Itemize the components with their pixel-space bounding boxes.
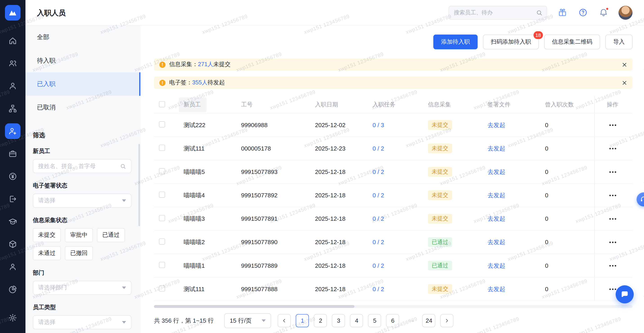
- tasks-progress-link[interactable]: 0 / 2: [372, 262, 384, 269]
- page-button[interactable]: 2: [314, 314, 327, 327]
- cell-new-employee[interactable]: 喵喵喵4: [179, 191, 236, 199]
- collect-status-chip[interactable]: 已撤回: [65, 246, 93, 260]
- collect-status-chip[interactable]: 审批中: [65, 228, 93, 242]
- employee-search-field[interactable]: [33, 159, 131, 173]
- page-size-select[interactable]: 15 行/页: [224, 313, 271, 328]
- scrollbar-thumb[interactable]: [154, 305, 354, 308]
- alert-count-link[interactable]: 355人: [192, 79, 208, 86]
- prev-page-button[interactable]: [278, 314, 291, 327]
- help-icon[interactable]: [578, 7, 588, 18]
- sidebar-menu-item[interactable]: 全部: [26, 26, 140, 49]
- close-icon[interactable]: [622, 62, 627, 67]
- notifications-bell-icon[interactable]: [598, 7, 608, 18]
- tasks-progress-link[interactable]: 0 / 2: [372, 192, 384, 198]
- employee-type-select[interactable]: 请选择: [33, 315, 131, 329]
- row-more-actions-button[interactable]: [609, 218, 616, 220]
- sidebar-menu-item[interactable]: 已取消: [26, 96, 140, 119]
- global-search[interactable]: [448, 6, 547, 20]
- close-icon[interactable]: [622, 80, 627, 85]
- sign-action-link[interactable]: 去发起: [488, 122, 505, 128]
- row-checkbox[interactable]: [159, 215, 165, 221]
- cell-new-employee[interactable]: 喵喵喵5: [179, 168, 236, 176]
- row-more-actions-button[interactable]: [609, 241, 616, 243]
- cell-new-employee[interactable]: 喵喵喵1: [179, 262, 236, 269]
- nav-rail: [0, 0, 26, 333]
- alert-count-link[interactable]: 271人: [198, 61, 213, 67]
- schedule-icon[interactable]: [5, 146, 20, 162]
- next-page-button[interactable]: [440, 314, 454, 327]
- cell-work-id: 99915077888: [236, 286, 310, 292]
- row-more-actions-button[interactable]: [609, 265, 616, 267]
- sign-action-link[interactable]: 去发起: [488, 215, 505, 222]
- sign-action-link[interactable]: 去发起: [488, 168, 505, 175]
- row-checkbox[interactable]: [159, 145, 165, 151]
- page-button[interactable]: 5: [368, 314, 381, 327]
- sign-action-link[interactable]: 去发起: [488, 285, 505, 292]
- page-button[interactable]: 4: [350, 314, 363, 327]
- row-more-actions-button[interactable]: [609, 147, 616, 149]
- collect-status-chip[interactable]: 已通过: [97, 228, 125, 242]
- training-icon[interactable]: [5, 214, 20, 229]
- row-checkbox[interactable]: [159, 238, 165, 245]
- offboard-icon[interactable]: [5, 191, 20, 207]
- tasks-progress-link[interactable]: 0 / 2: [372, 169, 384, 175]
- sign-action-link[interactable]: 去发起: [488, 145, 505, 151]
- gift-icon[interactable]: [557, 7, 568, 18]
- home-icon[interactable]: [5, 33, 20, 48]
- column-header-new-employee[interactable]: 新员工: [179, 97, 207, 112]
- page-button[interactable]: 3: [332, 314, 345, 327]
- assets-icon[interactable]: [5, 236, 20, 252]
- tasks-progress-link[interactable]: 0 / 2: [372, 145, 384, 152]
- import-button[interactable]: 导入: [605, 35, 632, 49]
- settings-icon[interactable]: [5, 310, 20, 325]
- profile-icon[interactable]: [5, 259, 20, 274]
- page-button[interactable]: 1: [296, 314, 309, 327]
- add-pending-onboard-button[interactable]: 添加待入职: [433, 35, 478, 49]
- cell-new-employee[interactable]: 测试222: [179, 121, 236, 129]
- esign-status-select[interactable]: 请选择: [33, 194, 131, 208]
- report-icon[interactable]: [5, 282, 20, 297]
- sidebar-scrollbar[interactable]: [138, 144, 140, 226]
- collect-status-chip[interactable]: 未提交: [33, 228, 61, 242]
- employee-search-input[interactable]: [38, 163, 120, 169]
- tasks-progress-link[interactable]: 0 / 3: [372, 122, 384, 128]
- sidebar-menu-item[interactable]: 待入职: [26, 49, 140, 72]
- cell-new-employee[interactable]: 喵喵喵2: [179, 238, 236, 246]
- global-search-input[interactable]: [454, 10, 536, 16]
- member-icon[interactable]: [5, 78, 20, 94]
- row-checkbox[interactable]: [159, 168, 165, 174]
- row-more-actions-button[interactable]: [609, 124, 616, 126]
- sidebar-menu-item[interactable]: 已入职: [26, 73, 140, 96]
- sign-action-link[interactable]: 去发起: [488, 239, 505, 245]
- info-collect-qr-button[interactable]: 信息采集二维码: [544, 35, 600, 49]
- page-button[interactable]: 6: [386, 314, 399, 327]
- team-icon[interactable]: [5, 56, 20, 71]
- app-logo[interactable]: [5, 5, 20, 21]
- tasks-progress-link[interactable]: 0 / 2: [372, 215, 384, 222]
- collect-status-chip[interactable]: 未通过: [33, 246, 61, 260]
- avatar[interactable]: [618, 6, 632, 20]
- sign-action-link[interactable]: 去发起: [488, 192, 505, 198]
- cell-new-employee[interactable]: 喵喵喵3: [179, 215, 236, 223]
- chevron-down-icon: [122, 199, 126, 202]
- onboarding-icon[interactable]: [5, 123, 20, 139]
- select-all-checkbox[interactable]: [159, 101, 165, 107]
- scan-add-button[interactable]: 扫码添加待入职 18: [483, 35, 539, 49]
- page-button[interactable]: 24: [422, 314, 435, 327]
- tasks-progress-link[interactable]: 0 / 2: [372, 286, 384, 292]
- department-select[interactable]: 请选择部门: [33, 281, 131, 295]
- org-icon[interactable]: [5, 101, 20, 116]
- cell-new-employee[interactable]: 测试111: [179, 144, 236, 152]
- row-more-actions-button[interactable]: [609, 171, 616, 173]
- row-checkbox[interactable]: [159, 191, 165, 198]
- sign-action-link[interactable]: 去发起: [488, 262, 505, 269]
- tasks-progress-link[interactable]: 0 / 2: [372, 239, 384, 245]
- chat-fab-button[interactable]: [616, 285, 634, 303]
- row-checkbox[interactable]: [159, 121, 165, 127]
- row-checkbox[interactable]: [159, 285, 165, 291]
- row-more-actions-button[interactable]: [609, 288, 616, 290]
- row-more-actions-button[interactable]: [609, 194, 616, 196]
- payroll-icon[interactable]: [5, 169, 20, 184]
- cell-new-employee[interactable]: 测试111: [179, 285, 236, 293]
- row-checkbox[interactable]: [159, 262, 165, 268]
